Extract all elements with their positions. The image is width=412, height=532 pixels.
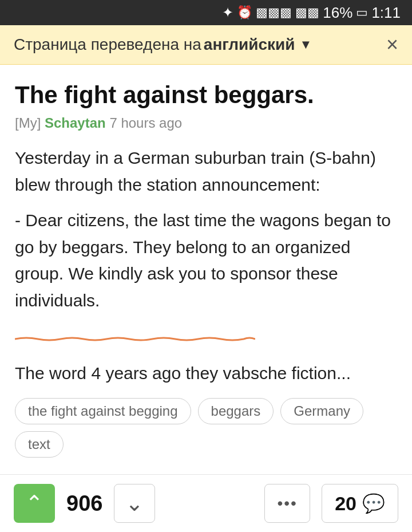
main-content: The fight against beggars. [My] Schaytan… <box>0 65 412 532</box>
status-icons: ✦ ⏰ ▩▩▩ ▩▩ 16% ▭ 1:11 <box>222 4 401 22</box>
signal-bar-icon: ▩▩▩ <box>256 5 292 20</box>
alarm-icon: ⏰ <box>237 5 252 20</box>
battery-icon: ▭ <box>356 5 368 20</box>
vote-count: 906 <box>66 491 102 516</box>
underline-decoration <box>15 323 397 350</box>
translation-language: английский <box>204 36 295 54</box>
tags-section: the fight against begging beggars German… <box>15 398 397 458</box>
body-paragraph-2: - Dear citizens, the last time the wagon… <box>15 207 397 314</box>
vote-down-button[interactable]: ⌄ <box>114 484 155 523</box>
comment-icon: 💬 <box>362 492 385 514</box>
tag-text[interactable]: text <box>15 431 64 458</box>
comments-button[interactable]: 20 💬 <box>322 484 398 523</box>
vote-up-button[interactable]: ⌃ <box>14 484 55 523</box>
author-name[interactable]: Schaytan <box>45 115 106 131</box>
tag-beggars[interactable]: beggars <box>198 398 274 424</box>
body-paragraph-1: Yesterday in a German suburban train (S-… <box>15 145 397 198</box>
translation-banner: Страница переведена на английский ▼ × <box>0 25 412 65</box>
article-meta: [My] Schaytan 7 hours ago <box>15 115 397 131</box>
article-body: Yesterday in a German suburban train (S-… <box>15 145 397 387</box>
translation-prefix: Страница переведена на <box>14 36 201 54</box>
vote-down-icon: ⌄ <box>125 492 144 514</box>
body-paragraph-3: The word 4 years ago they vabsche fictio… <box>15 360 397 387</box>
bottom-bar: ⌃ 906 ⌄ ••• 20 💬 <box>0 474 412 532</box>
body-text-3: The word 4 years ago they vabsche fictio… <box>15 364 351 383</box>
close-translation-button[interactable]: × <box>386 34 398 55</box>
body-text-1: Yesterday in a German suburban train (S-… <box>15 148 376 194</box>
clock-display: 1:11 <box>371 4 401 22</box>
bluetooth-icon: ✦ <box>222 5 233 21</box>
comments-count: 20 <box>335 492 356 515</box>
translation-info[interactable]: Страница переведена на английский ▼ <box>14 36 312 54</box>
tag-fight-begging[interactable]: the fight against begging <box>15 398 191 424</box>
battery-percent: 16% <box>323 4 352 22</box>
article-title: The fight against beggars. <box>15 81 397 109</box>
vote-up-icon: ⌃ <box>25 492 43 514</box>
meta-bracket: [My] <box>15 115 41 131</box>
signal-bar2-icon: ▩▩ <box>295 5 319 20</box>
time-ago: 7 hours ago <box>109 115 182 131</box>
more-options-button[interactable]: ••• <box>264 484 310 523</box>
tag-germany[interactable]: Germany <box>280 398 363 424</box>
status-bar: ✦ ⏰ ▩▩▩ ▩▩ 16% ▭ 1:11 <box>0 0 412 25</box>
language-chevron-icon[interactable]: ▼ <box>300 37 312 52</box>
